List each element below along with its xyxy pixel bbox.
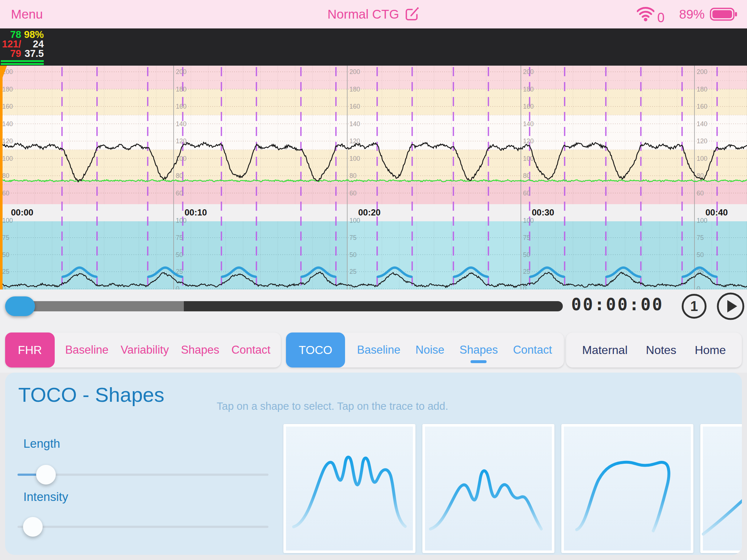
- bp-diastolic-value: 79: [0, 49, 21, 58]
- toco-shapes-panel: TOCO - Shapes Tap on a shape to select. …: [5, 373, 742, 555]
- tab-maternal[interactable]: Maternal: [582, 343, 628, 357]
- svg-text:50: 50: [523, 251, 530, 258]
- shape-card-multi-peak[interactable]: [283, 424, 415, 553]
- tab-fhr-selected[interactable]: FHR: [5, 332, 55, 368]
- tab-fhr-shapes[interactable]: Shapes: [181, 343, 219, 357]
- tab-fhr-baseline[interactable]: Baseline: [65, 343, 109, 357]
- svg-text:00:40: 00:40: [705, 207, 728, 217]
- svg-text:0: 0: [697, 285, 700, 289]
- tab-toco-noise[interactable]: Noise: [415, 343, 444, 357]
- fhr-tab-items: Baseline Variability Shapes Contact: [55, 343, 281, 357]
- svg-text:120: 120: [176, 137, 186, 145]
- svg-text:140: 140: [349, 120, 360, 128]
- svg-text:75: 75: [697, 234, 704, 241]
- svg-text:120: 120: [2, 137, 13, 145]
- status-indicators: 0 89%: [637, 0, 738, 28]
- tab-toco-contact[interactable]: Contact: [513, 343, 552, 357]
- status-bar: Menu Normal CTG 0 89%: [0, 0, 747, 28]
- edit-icon[interactable]: [404, 7, 419, 22]
- svg-text:75: 75: [2, 234, 9, 241]
- elapsed-time: 00:00:00: [571, 295, 664, 314]
- wifi-network-count: 0: [657, 10, 665, 26]
- shape-card-plateau[interactable]: [561, 424, 693, 553]
- svg-text:100: 100: [523, 155, 534, 162]
- svg-text:60: 60: [349, 190, 357, 197]
- tab-toco-baseline[interactable]: Baseline: [357, 343, 400, 357]
- svg-text:00:30: 00:30: [532, 207, 554, 217]
- svg-text:160: 160: [349, 103, 360, 110]
- svg-text:120: 120: [523, 137, 534, 145]
- resp-rate-value: 24: [23, 39, 44, 49]
- shape-card-double-peak[interactable]: [422, 424, 554, 553]
- vitals-green-bar: [1, 60, 44, 62]
- svg-text:100: 100: [2, 155, 13, 162]
- svg-text:00:00: 00:00: [11, 207, 33, 217]
- panel-title: TOCO - Shapes: [18, 383, 164, 407]
- svg-text:120: 120: [697, 137, 707, 145]
- svg-text:140: 140: [697, 120, 707, 128]
- ctg-chart[interactable]: 2001801601401201008060100755025000:00200…: [0, 66, 747, 289]
- maternal-vitals-strip: 78 121/ 79 98% 24 37.5: [0, 28, 747, 66]
- nav-tab-bar: Maternal Notes Home: [566, 332, 742, 368]
- svg-text:100: 100: [697, 217, 707, 224]
- length-slider-thumb[interactable]: [36, 465, 56, 485]
- svg-text:80: 80: [349, 172, 357, 179]
- ctg-svg: 2001801601401201008060100755025000:00200…: [0, 66, 747, 289]
- fhr-tab-bar: FHR Baseline Variability Shapes Contact: [5, 332, 281, 368]
- progress-track[interactable]: [184, 301, 563, 311]
- wifi-icon: [637, 7, 654, 22]
- progress-thumb[interactable]: [5, 296, 35, 316]
- svg-text:60: 60: [523, 190, 530, 197]
- vitals-column-2: 98% 24 37.5: [23, 30, 44, 58]
- tab-toco-shapes-label: Shapes: [460, 343, 498, 356]
- svg-text:160: 160: [176, 103, 186, 110]
- svg-text:100: 100: [349, 217, 360, 224]
- length-label: Length: [23, 437, 60, 451]
- svg-text:200: 200: [523, 68, 534, 75]
- svg-text:75: 75: [349, 234, 356, 241]
- panel-hint: Tap on a shape to select. Tap on the tra…: [217, 400, 448, 412]
- tab-toco-shapes[interactable]: Shapes: [460, 343, 498, 357]
- svg-text:180: 180: [523, 86, 534, 93]
- toco-tab-bar: TOCO Baseline Noise Shapes Contact: [286, 332, 564, 368]
- bp-systolic-value: 121/: [0, 39, 21, 49]
- svg-text:100: 100: [2, 217, 13, 224]
- tab-toco-selected[interactable]: TOCO: [286, 332, 345, 368]
- svg-text:50: 50: [697, 251, 704, 258]
- shape-card-ramp-up[interactable]: [700, 424, 742, 553]
- tab-home[interactable]: Home: [695, 343, 726, 357]
- play-button[interactable]: [716, 292, 745, 321]
- tab-fhr-variability[interactable]: Variability: [121, 343, 169, 357]
- toco-tab-items: Baseline Noise Shapes Contact: [345, 343, 564, 357]
- svg-text:100: 100: [697, 155, 707, 162]
- tab-fhr-contact[interactable]: Contact: [232, 343, 271, 357]
- svg-text:180: 180: [176, 86, 186, 93]
- svg-text:200: 200: [697, 68, 707, 75]
- svg-text:80: 80: [523, 172, 530, 179]
- svg-text:50: 50: [2, 251, 9, 258]
- svg-text:80: 80: [176, 172, 183, 179]
- svg-text:75: 75: [523, 234, 530, 241]
- intensity-slider-track[interactable]: [18, 526, 268, 528]
- intensity-slider-thumb[interactable]: [23, 517, 43, 537]
- svg-text:200: 200: [349, 68, 360, 75]
- svg-text:50: 50: [349, 251, 357, 258]
- battery-icon: [710, 7, 738, 21]
- active-tab-indicator: [471, 360, 487, 363]
- temperature-value: 37.5: [23, 49, 44, 58]
- svg-text:25: 25: [523, 268, 530, 275]
- svg-text:160: 160: [697, 103, 707, 110]
- svg-text:75: 75: [176, 234, 183, 241]
- svg-text:50: 50: [176, 251, 183, 258]
- svg-text:0: 0: [176, 285, 179, 289]
- svg-text:25: 25: [2, 268, 9, 275]
- speed-button[interactable]: 1: [682, 294, 707, 319]
- vitals-green-bar: [1, 63, 44, 65]
- menu-button[interactable]: Menu: [11, 0, 43, 28]
- spo2-value: 98%: [23, 30, 44, 39]
- battery-percent: 89%: [679, 7, 705, 22]
- app-screen: Menu Normal CTG 0 89%: [0, 0, 747, 560]
- svg-text:100: 100: [523, 217, 534, 224]
- svg-text:180: 180: [2, 86, 13, 93]
- tab-notes[interactable]: Notes: [646, 343, 677, 357]
